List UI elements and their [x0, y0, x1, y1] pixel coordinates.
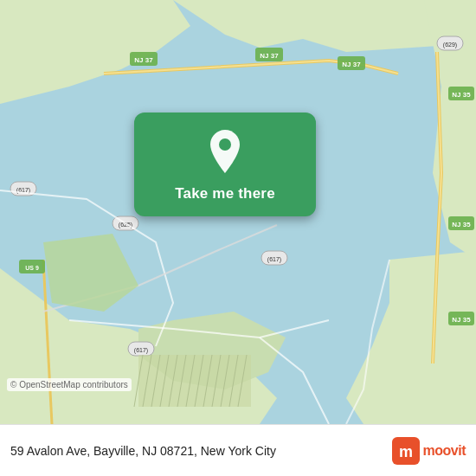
svg-text:NJ 37: NJ 37 — [134, 56, 153, 64]
osm-attribution: © OpenStreetMap contributors — [7, 378, 132, 391]
take-me-there-label: Take me there — [175, 185, 275, 203]
location-pin-icon — [205, 128, 245, 177]
svg-text:NJ 37: NJ 37 — [260, 52, 279, 60]
moovit-logo: m moovit — [392, 437, 466, 465]
moovit-logo-icon: m — [392, 437, 420, 465]
svg-text:NJ 35: NJ 35 — [452, 91, 471, 99]
osm-text: © OpenStreetMap contributors — [10, 380, 128, 389]
footer-bar: 59 Avalon Ave, Bayville, NJ 08721, New Y… — [0, 424, 476, 476]
svg-text:(617): (617) — [267, 256, 281, 263]
svg-text:NJ 35: NJ 35 — [452, 221, 471, 228]
svg-text:NJ 35: NJ 35 — [452, 316, 471, 324]
svg-text:(617): (617) — [134, 347, 148, 354]
svg-text:NJ 37: NJ 37 — [342, 61, 361, 68]
svg-text:US 9: US 9 — [25, 265, 39, 271]
svg-text:m: m — [399, 443, 413, 460]
svg-point-39 — [219, 138, 231, 151]
take-me-there-button[interactable]: Take me there — [134, 113, 316, 216]
svg-text:(629): (629) — [443, 42, 457, 48]
moovit-brand-name: moovit — [423, 443, 466, 459]
map-view: NJ 37 NJ 37 NJ 37 NJ 35 NJ 35 NJ 35 (629… — [0, 0, 476, 424]
address-text: 59 Avalon Ave, Bayville, NJ 08721, New Y… — [10, 444, 392, 458]
